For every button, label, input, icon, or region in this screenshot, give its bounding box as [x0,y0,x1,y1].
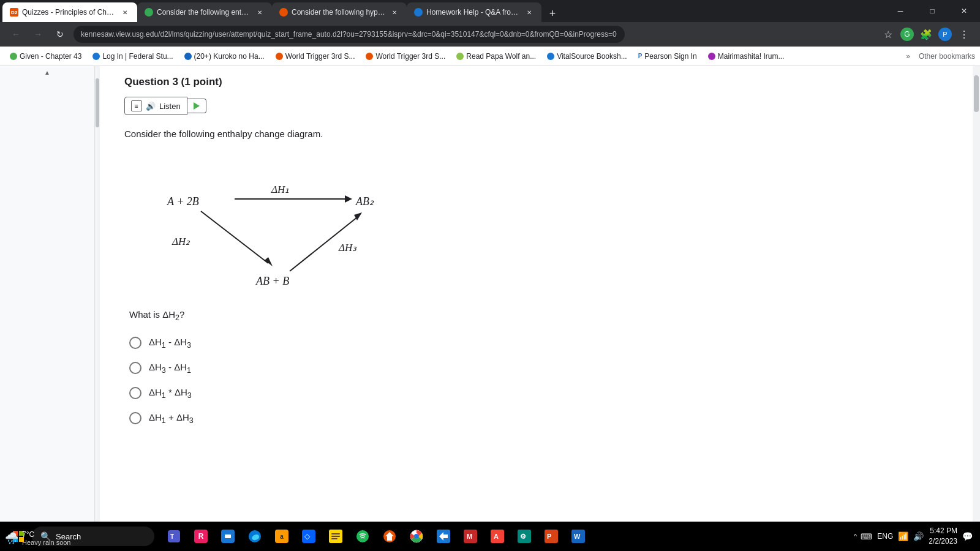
svg-text:◇: ◇ [304,532,311,541]
svg-rect-14 [331,538,337,539]
left-scrollbar[interactable]: ▼ [95,66,100,529]
diagram-reactants: A + 2B [167,195,199,208]
tab-icon-3 [279,8,288,17]
bookmark-icon-pearson: P [638,53,643,59]
taskbar-teams-icon[interactable]: T [162,524,186,549]
svg-text:A: A [494,533,499,540]
taskbar-files-icon[interactable] [323,524,348,549]
taskbar-spotify-icon[interactable] [350,524,375,549]
listen-button[interactable]: ≡ 🔊 Listen [124,97,187,115]
option-1[interactable]: ΔH1 - ΔH3 [129,337,948,350]
bookmarks-more-button[interactable]: » [901,50,915,62]
tabs-bar: D2 Quizzes - Principles of Chemistry ✕ C… [0,0,980,22]
url-bar[interactable]: kennesaw.view.usg.edu/d2l/lms/quizzing/u… [74,26,625,43]
left-scroll-thumb[interactable] [96,78,99,127]
radio-circle-4[interactable] [129,412,141,424]
taskbar-powerpoint-icon[interactable]: P [539,524,564,549]
diagram-dh1-label: ΔH₁ [271,184,289,195]
notification-icon[interactable]: 💬 [962,531,973,541]
taskbar-chrome-icon[interactable] [404,524,429,549]
option-4[interactable]: ΔH1 + ΔH3 [129,412,948,425]
diagram-intermediate: AB + B [255,275,289,287]
wifi-icon[interactable]: 📶 [898,531,908,541]
chrome-menu-icon[interactable]: ⋮ [956,26,973,43]
back-button[interactable]: ← [7,26,24,43]
forward-button[interactable]: → [29,26,47,43]
radio-circle-3[interactable] [129,387,141,399]
taskbar-dropbox-icon[interactable]: ◇ [296,524,321,549]
minimize-button[interactable]: ─ [887,2,914,20]
right-scroll-thumb[interactable] [974,75,979,112]
spotify-logo-icon [356,530,369,543]
tab-icon-4 [414,8,423,17]
tab-homework[interactable]: Homework Help - Q&A from On... ✕ [407,2,541,22]
bookmark-world2-label: World Trigger 3rd S... [375,52,445,61]
bookmark-icon-vitalsource [547,53,554,60]
profile-icon[interactable]: P [938,28,952,41]
tab-enthalpy1[interactable]: Consider the following enthalpy ✕ [137,2,272,22]
bookmark-papa[interactable]: Read Papa Wolf an... [451,50,541,62]
new-tab-button[interactable]: + [544,5,561,22]
diagram-svg: A + 2B ΔH₁ AB₂ ΔH₂ ΔH₃ [149,156,406,291]
bookmark-papa-label: Read Papa Wolf an... [466,52,536,61]
clock[interactable]: 5:42 PM 2/2/2023 [929,526,957,547]
radio-circle-1[interactable] [129,337,141,349]
weather-info: 7°C Heavy rain soon [22,530,71,546]
option-3[interactable]: ΔH1 * ΔH3 [129,387,948,400]
weather-desc: Heavy rain soon [22,539,71,546]
mcafee-logo-icon: M [464,530,477,543]
bookmark-pearson[interactable]: P Pearson Sign In [633,50,702,62]
volume-icon[interactable]: 🔊 [913,531,924,541]
tab-quizzes[interactable]: D2 Quizzes - Principles of Chemistry ✕ [2,2,137,22]
extensions-icon[interactable]: 🧩 [918,26,935,43]
reload-button[interactable]: ↻ [51,26,69,43]
maximize-button[interactable]: □ [919,2,946,20]
weather-temp: 7°C [22,530,71,539]
tab1-label: Quizzes - Principles of Chemistry [22,8,116,17]
close-button[interactable]: ✕ [951,2,978,20]
listen-bar: ≡ 🔊 Listen [124,97,948,115]
taskbar-home-icon[interactable] [377,524,402,549]
option-2[interactable]: ΔH3 - ΔH1 [129,362,948,375]
svg-point-15 [356,530,369,542]
bookmark-world2[interactable]: World Trigger 3rd S... [361,50,450,62]
diagram-dh2-label: ΔH₂ [172,236,190,247]
bookmark-mairimashita[interactable]: Mairimashita! Irum... [703,50,790,62]
tab3-close[interactable]: ✕ [390,7,399,17]
taskbar-acrobat-icon[interactable]: A [485,524,510,549]
bookmark-given[interactable]: Given - Chapter 43 [5,50,86,62]
bookmark-icon-world1 [276,53,283,60]
bookmark-vitalsource[interactable]: VitalSource Booksh... [542,50,632,62]
taskbar-mcafee-icon[interactable]: M [458,524,483,549]
taskbar-word-icon[interactable]: W [566,524,590,549]
other-bookmarks-button[interactable]: Other bookmarks [919,52,975,61]
radio-circle-2[interactable] [129,362,141,374]
bookmark-kuroko[interactable]: (20+) Kuroko no Ha... [179,50,270,62]
bookmark-federal[interactable]: Log In | Federal Stu... [88,50,178,62]
tab2-close[interactable]: ✕ [255,7,265,17]
scroll-up-arrow[interactable]: ▲ [0,66,94,78]
taskbar-tool-icon[interactable]: ⚙ [512,524,537,549]
taskbar-box-icon [221,530,235,543]
tray-keyboard-icon[interactable]: ⌨ [861,532,872,541]
taskbar-app-r[interactable]: R [189,524,213,549]
tab1-close[interactable]: ✕ [120,7,130,17]
bookmark-world1[interactable]: World Trigger 3rd S... [271,50,360,62]
right-scrollbar[interactable] [973,66,980,529]
weather-widget[interactable]: 🌧️ 7°C Heavy rain soon [5,530,71,546]
extension-icon-1[interactable]: G [900,28,914,41]
tab4-close[interactable]: ✕ [524,7,534,17]
taskbar-app-box[interactable] [216,524,240,549]
listen-play-button[interactable] [187,99,206,113]
edge-logo-icon [248,530,262,543]
taskbar-arrow-icon[interactable] [431,524,456,549]
taskbar-amazon-icon[interactable]: a [270,524,294,549]
bookmark-star-icon[interactable]: ☆ [880,26,897,43]
files-logo-icon [329,530,342,543]
bookmark-kuroko-label: (20+) Kuroko no Ha... [194,52,265,61]
tab-enthalpy2[interactable]: Consider the following hypothe... ✕ [272,2,407,22]
language-indicator[interactable]: ENG [877,532,893,541]
tray-chevron-icon[interactable]: ^ [854,533,857,540]
option-1-label: ΔH1 - ΔH3 [149,337,191,350]
taskbar-edge-icon[interactable] [243,524,267,549]
